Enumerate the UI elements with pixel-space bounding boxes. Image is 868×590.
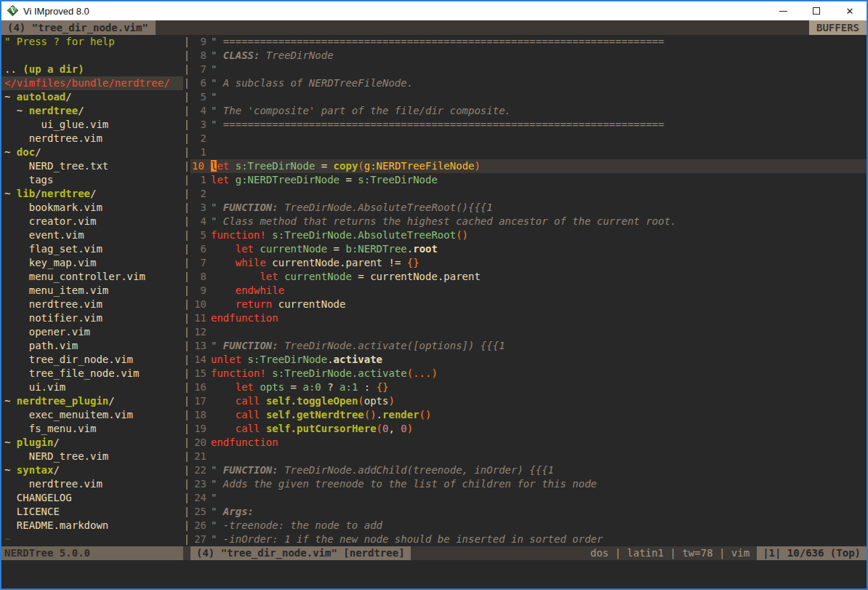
line-number: 5 <box>190 228 211 242</box>
nerdtree-item[interactable]: ~ syntax/ <box>1 463 183 477</box>
line-number: 25 <box>190 505 211 519</box>
code-line[interactable]: 2 <box>190 187 867 201</box>
code-line[interactable]: 26" -treenode: the node to add <box>190 519 867 533</box>
line-number: 12 <box>190 325 211 339</box>
code-line[interactable]: 14unlet s:TreeDirNode.activate <box>190 353 867 367</box>
nerdtree-item[interactable]: tags <box>1 173 183 187</box>
buffers-label: BUFFERS <box>809 20 867 35</box>
nerdtree-item[interactable] <box>1 49 183 63</box>
tab-tree-dir-node[interactable]: (4) "tree_dir_node.vim" <box>1 20 156 35</box>
status-fill <box>411 546 590 560</box>
line-number: 4 <box>190 104 211 118</box>
maximize-icon <box>813 7 820 15</box>
nerdtree-item[interactable]: path.vim <box>1 339 183 353</box>
nerdtree-item[interactable]: nerdtree.vim <box>1 298 183 311</box>
nerdtree-pane: " Press ? for help.. (up a dir)</vimfile… <box>1 35 183 546</box>
nerdtree-item[interactable]: NERD_tree.txt <box>1 159 183 173</box>
nerdtree-item[interactable]: bookmark.vim <box>1 201 183 215</box>
code-line[interactable]: 7" <box>190 63 867 76</box>
nerdtree-item[interactable]: ~ nerdtree_plugin/ <box>1 394 183 408</box>
nerdtree-item[interactable]: ~ autoload/ <box>1 90 183 104</box>
code-line[interactable]: 12 <box>190 325 867 339</box>
line-number: 1 <box>190 145 211 159</box>
nerdtree-item[interactable]: menu_controller.vim <box>1 270 183 284</box>
nerdtree-item[interactable]: event.vim <box>1 228 183 242</box>
nerdtree-item[interactable]: tree_file_node.vim <box>1 367 183 380</box>
code-line[interactable]: 19 call self.putCursorHere(0, 0) <box>190 422 867 436</box>
nerdtree-item[interactable]: menu_item.vim <box>1 284 183 298</box>
nerdtree-item[interactable]: CHANGELOG <box>1 491 183 505</box>
nerdtree-item[interactable]: notifier.vim <box>1 311 183 325</box>
nerdtree-item[interactable]: ~ <box>1 533 183 546</box>
close-button[interactable]: ✕ <box>833 1 867 20</box>
code-line[interactable]: 9 endwhile <box>190 284 867 298</box>
nerdtree-item[interactable]: README.markdown <box>1 519 183 533</box>
nerdtree-item[interactable]: .. (up a dir) <box>1 63 183 76</box>
code-line[interactable]: 8 let currentNode = currentNode.parent <box>190 270 867 284</box>
nerdtree-item[interactable]: ~ plugin/ <box>1 436 183 450</box>
nerdtree-item[interactable]: tree_dir_node.vim <box>1 353 183 367</box>
nerdtree-item[interactable]: " Press ? for help <box>1 35 183 49</box>
code-line[interactable]: 2 <box>190 132 867 145</box>
line-number: 13 <box>190 339 211 353</box>
code-line[interactable]: 5" <box>190 90 867 104</box>
code-line[interactable]: 1let g:NERDTreeDirNode = s:TreeDirNode <box>190 173 867 187</box>
line-number: 8 <box>190 49 211 63</box>
line-number: 14 <box>190 353 211 367</box>
line-number: 1 <box>190 173 211 187</box>
code-line[interactable]: 3" =====================================… <box>190 118 867 132</box>
title-bar[interactable]: V Vi IMproved 8.0 ✕ <box>1 1 867 20</box>
position-status: |1| 10/636 (Top) <box>757 546 867 560</box>
code-line[interactable]: 24" <box>190 491 867 505</box>
line-number: 24 <box>190 491 211 505</box>
code-line[interactable]: 20endfunction <box>190 436 867 450</box>
code-line[interactable]: 7 while currentNode.parent != {} <box>190 256 867 270</box>
command-line[interactable] <box>1 560 867 589</box>
nerdtree-item[interactable]: ~ doc/ <box>1 145 183 159</box>
code-line[interactable]: 22" FUNCTION: TreeDirNode.addChild(treen… <box>190 463 867 477</box>
code-line[interactable]: 10 return currentNode <box>190 298 867 311</box>
window-separator[interactable] <box>183 35 190 546</box>
code-line[interactable]: 17 call self.toggleOpen(opts) <box>190 394 867 408</box>
code-line[interactable]: 8" CLASS: TreeDirNode <box>190 49 867 63</box>
code-line[interactable]: 6" A subclass of NERDTreeFileNode. <box>190 76 867 90</box>
nerdtree-item[interactable]: ~ lib/nerdtree/ <box>1 187 183 201</box>
nerdtree-item[interactable]: ui.vim <box>1 380 183 394</box>
code-line[interactable]: 4" Class method that returns the highest… <box>190 215 867 228</box>
code-line[interactable]: 10let s:TreeDirNode = copy(g:NERDTreeFil… <box>190 159 867 173</box>
code-line[interactable]: 27" -inOrder: 1 if the new node should b… <box>190 533 867 546</box>
code-line[interactable]: 13" FUNCTION: TreeDirNode.activate([opti… <box>190 339 867 353</box>
code-line[interactable]: 1 <box>190 145 867 159</box>
nerdtree-item[interactable]: key_map.vim <box>1 256 183 270</box>
code-line[interactable]: 5function! s:TreeDirNode.AbsoluteTreeRoo… <box>190 228 867 242</box>
nerdtree-item[interactable]: LICENCE <box>1 505 183 519</box>
code-line[interactable]: 9" =====================================… <box>190 35 867 49</box>
nerdtree-item[interactable]: ui_glue.vim <box>1 118 183 132</box>
line-number: 9 <box>190 35 211 49</box>
nerdtree-item[interactable]: creator.vim <box>1 215 183 228</box>
line-number: 23 <box>190 477 211 491</box>
nerdtree-item[interactable]: nerdtree.vim <box>1 477 183 491</box>
nerdtree-item[interactable]: fs_menu.vim <box>1 422 183 436</box>
minimize-button[interactable] <box>766 1 800 20</box>
code-line[interactable]: 25" Args: <box>190 505 867 519</box>
nerdtree-item[interactable]: opener.vim <box>1 325 183 339</box>
nerdtree-item[interactable]: exec_menuitem.vim <box>1 408 183 422</box>
code-line[interactable]: 15function! s:TreeDirNode.activate(...) <box>190 367 867 380</box>
code-line[interactable]: 21 <box>190 450 867 463</box>
maximize-button[interactable] <box>800 1 833 20</box>
nerdtree-item[interactable]: </vimfiles/bundle/nerdtree/ <box>1 76 183 90</box>
line-number: 20 <box>190 436 211 450</box>
code-line[interactable]: 6 let currentNode = b:NERDTree.root <box>190 242 867 256</box>
code-line[interactable]: 3" FUNCTION: TreeDirNode.AbsoluteTreeRoo… <box>190 201 867 215</box>
code-line[interactable]: 18 call self.getNerdtree().render() <box>190 408 867 422</box>
code-line[interactable]: 16 let opts = a:0 ? a:1 : {} <box>190 380 867 394</box>
code-line[interactable]: 11endfunction <box>190 311 867 325</box>
nerdtree-item[interactable]: NERD_tree.vim <box>1 450 183 463</box>
nerdtree-item[interactable]: ~ nerdtree/ <box>1 104 183 118</box>
nerdtree-item[interactable]: flag_set.vim <box>1 242 183 256</box>
line-number: 3 <box>190 201 211 215</box>
code-line[interactable]: 23" Adds the given treenode to the list … <box>190 477 867 491</box>
nerdtree-item[interactable]: nerdtree.vim <box>1 132 183 145</box>
code-line[interactable]: 4" The 'composite' part of the file/dir … <box>190 104 867 118</box>
